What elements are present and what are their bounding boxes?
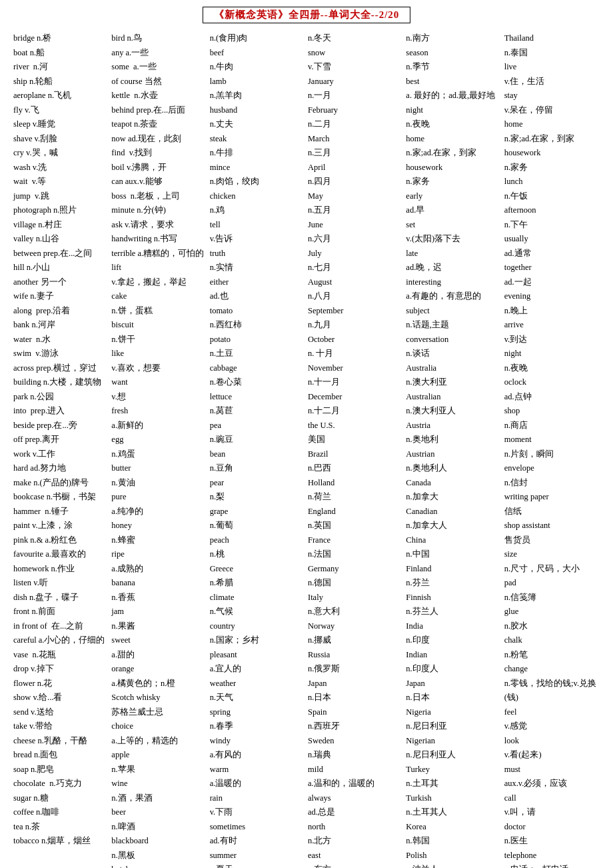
- list-item: n.韩国: [406, 834, 501, 849]
- list-item: v.呆在，停留: [504, 103, 600, 118]
- list-item: bank n.河岸: [13, 318, 109, 333]
- list-item: careful a.小心的，仔细的: [13, 633, 109, 648]
- list-item: interesting: [406, 275, 501, 290]
- list-item: n.饼，蛋糕: [111, 304, 207, 319]
- list-item: evening: [504, 289, 600, 304]
- list-item: favourite a.最喜欢的: [13, 547, 109, 562]
- list-item: live: [504, 60, 600, 75]
- list-item: snow: [308, 46, 403, 61]
- list-item: take v.带给: [13, 719, 109, 734]
- list-item: paint v.上漆，涂: [13, 519, 109, 533]
- list-item: n.加拿大人: [406, 519, 501, 533]
- list-item: east: [308, 849, 403, 863]
- list-item: windy: [210, 734, 305, 749]
- list-item: n.西红柿: [210, 318, 305, 333]
- list-item: n.国家；乡村: [210, 633, 305, 648]
- list-item: n.电话；v.打电话: [504, 863, 600, 868]
- list-item: night: [406, 103, 501, 118]
- list-item: Australian: [406, 390, 501, 405]
- list-item: some a.一些: [111, 60, 207, 75]
- list-item: egg: [111, 433, 207, 447]
- list-item: v.下雪: [308, 60, 403, 75]
- list-item: shave v.刮脸: [13, 132, 109, 147]
- list-item: cake: [111, 289, 207, 304]
- list-item: n.中国: [406, 547, 501, 562]
- list-item: n.黄油: [111, 476, 207, 491]
- list-item: France: [308, 533, 403, 548]
- list-item: n.英国: [308, 519, 403, 533]
- list-item: n.六月: [308, 232, 403, 247]
- list-item: n.瑞典: [308, 748, 403, 763]
- list-item: n.印度: [406, 633, 501, 648]
- list-item: August: [308, 275, 403, 290]
- list-item: sleep v.睡觉: [13, 117, 109, 132]
- list-item: n.七月: [308, 261, 403, 275]
- list-item: pink n.& a.粉红色: [13, 533, 109, 548]
- list-item: home: [504, 117, 600, 132]
- list-item: v.告诉: [210, 232, 305, 247]
- list-item: river n.河: [13, 60, 109, 75]
- list-item: ad.一起: [504, 275, 600, 290]
- list-item: of course 当然: [111, 75, 207, 89]
- list-item: n.酒，果酒: [111, 791, 207, 806]
- list-item: v.到达: [504, 333, 600, 347]
- list-item: conversation: [406, 333, 501, 347]
- list-item: n.加拿大: [406, 490, 501, 505]
- list-item: a.有风的: [210, 748, 305, 763]
- list-item: n.苹果: [111, 763, 207, 777]
- list-item: pure: [111, 490, 207, 505]
- list-item: moment: [504, 433, 600, 447]
- list-item: like: [111, 347, 207, 361]
- list-item: Turkish: [406, 791, 501, 806]
- list-item: now ad.现在，此刻: [111, 132, 207, 147]
- list-item: lift: [111, 261, 207, 275]
- list-item: n.啤酒: [111, 820, 207, 835]
- title-text: 《新概念英语》全四册--单词大全--2/20: [203, 7, 411, 23]
- list-item: 信纸: [504, 505, 600, 519]
- list-item: n.南方: [406, 31, 501, 46]
- list-item: Greece: [210, 562, 305, 577]
- list-item: a.有趣的，有意思的: [406, 289, 501, 304]
- list-item: n.葡萄: [210, 519, 305, 533]
- list-item: vase n.花瓶: [13, 648, 109, 663]
- list-item: Finland: [406, 562, 501, 577]
- list-item: n.春季: [210, 719, 305, 734]
- list-item: night: [504, 347, 600, 361]
- list-item: n.芬兰: [406, 576, 501, 591]
- list-item: England: [308, 505, 403, 519]
- list-item: v.(太阳)落下去: [406, 232, 501, 247]
- list-item: subject: [406, 304, 501, 319]
- list-item: n.粉笔: [504, 648, 600, 663]
- list-item: tomato: [210, 304, 305, 319]
- list-item: n.土耳其: [406, 777, 501, 791]
- list-item: find v.找到: [111, 146, 207, 161]
- list-item: n.一月: [308, 89, 403, 103]
- list-item: telephone: [504, 849, 600, 863]
- list-item: arrive: [504, 318, 600, 333]
- list-item: boat n.船: [13, 46, 109, 61]
- list-item: January: [308, 75, 403, 89]
- list-item: show v.给...看: [13, 691, 109, 705]
- list-item: chicken: [210, 189, 305, 204]
- list-item: n.西班牙: [308, 719, 403, 734]
- list-item: ripe: [111, 547, 207, 562]
- list-item: flower n.花: [13, 677, 109, 691]
- list-item: call: [504, 791, 600, 806]
- list-item: 售货员: [504, 533, 600, 548]
- list-item: work v.工作: [13, 447, 109, 462]
- list-item: send v.送给: [13, 705, 109, 720]
- list-item: n.果酱: [111, 619, 207, 634]
- list-item: jam: [111, 605, 207, 619]
- list-item: tobacco n.烟草，烟丝: [13, 834, 109, 849]
- list-item: behind prep.在...后面: [111, 103, 207, 118]
- list-item: usually: [504, 232, 600, 247]
- list-item: stay: [504, 89, 600, 103]
- list-item: Finnish: [406, 591, 501, 605]
- list-item: v.喜欢，想要: [111, 361, 207, 376]
- list-item: ad.点钟: [504, 390, 600, 405]
- list-item: change: [504, 662, 600, 677]
- list-item: wait v.等: [13, 175, 109, 189]
- list-item: n.天气: [210, 691, 305, 705]
- list-item: Holland: [308, 476, 403, 491]
- list-item: orange: [111, 662, 207, 677]
